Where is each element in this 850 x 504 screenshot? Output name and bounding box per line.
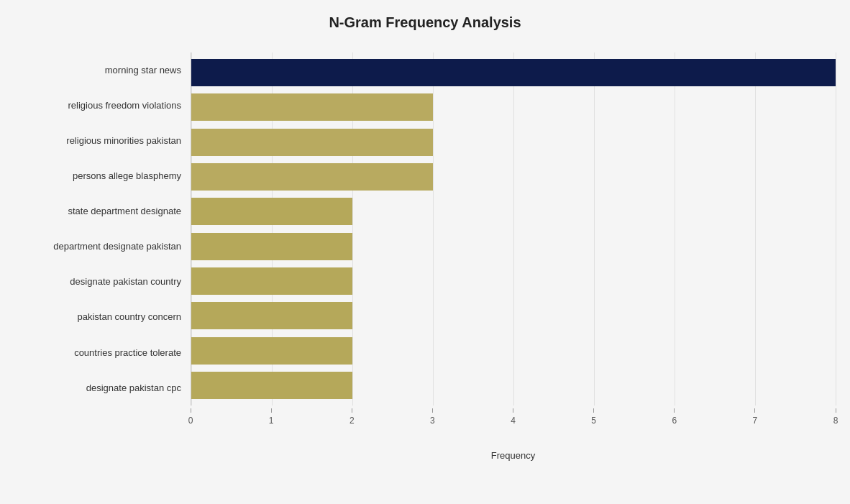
bar-row	[191, 126, 836, 159]
bar-row	[191, 265, 836, 298]
bar-row	[191, 230, 836, 263]
y-label: pakistan country concern	[14, 311, 187, 323]
x-tick-label: 7	[744, 416, 766, 426]
x-axis-spacer	[14, 408, 191, 461]
bar	[191, 59, 836, 86]
bar	[191, 129, 433, 156]
bar-row	[191, 91, 836, 124]
y-label: religious minorities pakistan	[14, 135, 187, 147]
y-label: department designate pakistan	[14, 241, 187, 252]
bar	[191, 233, 352, 260]
x-tick-label: 4	[503, 416, 524, 426]
bar	[191, 93, 433, 121]
y-label: designate pakistan cpc	[14, 382, 187, 394]
bars-section: morning star newsreligious freedom viola…	[14, 52, 836, 406]
y-label: religious freedom violations	[14, 100, 187, 111]
bar	[191, 198, 352, 225]
bar	[191, 267, 352, 295]
x-tick-label: 5	[583, 416, 605, 426]
x-tick-labels: 012345678	[191, 413, 836, 430]
y-label: state department designate	[14, 206, 187, 217]
x-tick-label: 6	[664, 416, 685, 426]
y-label: designate pakistan country	[14, 276, 187, 288]
bar	[191, 372, 352, 399]
bar-row	[191, 299, 836, 332]
bar-row	[191, 334, 836, 367]
x-tick-label: 1	[260, 416, 282, 426]
grid-line	[836, 52, 836, 406]
chart-title: N-Gram Frequency Analysis	[329, 14, 521, 31]
y-label: countries practice tolerate	[14, 347, 187, 359]
bar-row	[191, 160, 836, 193]
bar	[191, 337, 352, 365]
bar-row	[191, 195, 836, 228]
x-axis-title: Frequency	[191, 450, 836, 461]
chart-container: N-Gram Frequency Analysis morning star n…	[0, 0, 850, 504]
bar	[191, 302, 352, 329]
chart-area: morning star newsreligious freedom viola…	[14, 52, 836, 461]
y-label: persons allege blasphemy	[14, 170, 187, 182]
bar-row	[191, 56, 836, 89]
x-axis-labels: 012345678 Frequency	[191, 408, 836, 461]
bar-row	[191, 369, 836, 402]
x-axis-section: 012345678 Frequency	[14, 408, 836, 461]
bars-and-grid	[191, 52, 836, 406]
x-tick-label: 2	[341, 416, 362, 426]
x-tick-label: 0	[180, 416, 201, 426]
bars-rows	[191, 52, 836, 406]
x-tick-label: 8	[825, 416, 846, 426]
bar	[191, 163, 433, 191]
y-labels: morning star newsreligious freedom viola…	[14, 52, 191, 406]
x-tick-label: 3	[421, 416, 443, 426]
y-label: morning star news	[14, 65, 187, 76]
